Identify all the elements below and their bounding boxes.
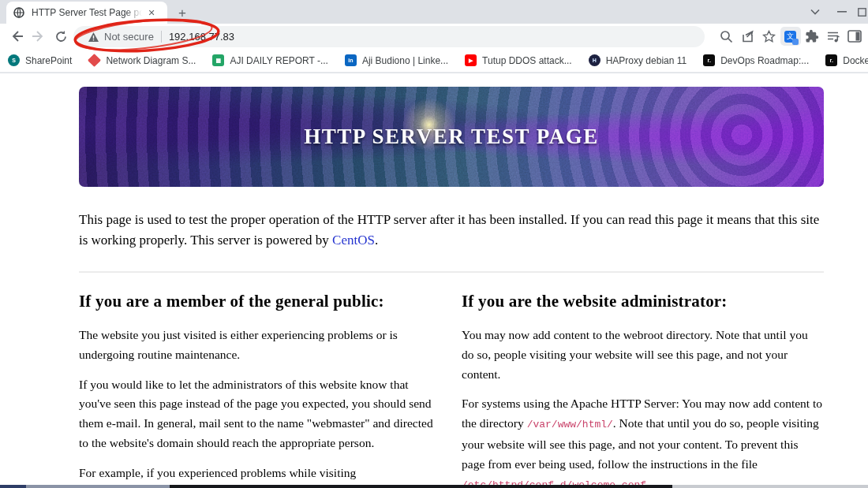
tab-search-chevron-icon[interactable] bbox=[802, 0, 829, 24]
media-controls-icon[interactable] bbox=[822, 26, 844, 47]
browser-tab[interactable]: HTTP Server Test Page powered ✕ bbox=[6, 2, 167, 24]
tab-close-icon[interactable]: ✕ bbox=[145, 6, 158, 19]
not-secure-label: Not secure bbox=[104, 31, 154, 43]
administrator-heading: If you are the website administrator: bbox=[462, 292, 823, 311]
bookmark-item[interactable]: r. Docker Roadmap -... bbox=[825, 54, 868, 66]
bookmarks-bar: S SharePoint Network Diagram S... ▦ AJI … bbox=[0, 49, 868, 73]
administrator-column: If you are the website administrator: Yo… bbox=[462, 292, 823, 485]
bookmark-star-icon[interactable] bbox=[758, 26, 780, 47]
back-button-icon[interactable] bbox=[6, 26, 27, 47]
web-page: HTTP SERVER TEST PAGE This page is used … bbox=[0, 73, 868, 485]
paragraph: You may now add content to the webroot d… bbox=[462, 326, 823, 384]
bookmark-item[interactable]: in Aji Budiono | Linke... bbox=[345, 54, 448, 66]
new-tab-button[interactable]: + bbox=[174, 5, 191, 22]
sheets-icon: ▦ bbox=[212, 54, 224, 66]
extensions-puzzle-icon[interactable] bbox=[801, 26, 822, 47]
url-text[interactable]: 192.168.77.83 bbox=[169, 31, 234, 43]
bookmark-item[interactable]: Network Diagram S... bbox=[88, 54, 196, 66]
intro-paragraph: This page is used to test the proper ope… bbox=[79, 210, 824, 250]
tab-title: HTTP Server Test Page powered bbox=[32, 7, 142, 18]
side-panel-icon[interactable] bbox=[844, 26, 865, 47]
address-bar[interactable]: Not secure 192.168.77.83 bbox=[73, 26, 705, 47]
bookmark-item[interactable]: r. DevOps Roadmap:... bbox=[703, 54, 809, 66]
translate-extension-icon[interactable]: 文 bbox=[780, 26, 801, 47]
linkedin-icon: in bbox=[345, 54, 357, 66]
general-public-column: If you are a member of the general publi… bbox=[79, 292, 440, 485]
maximize-button-icon[interactable] bbox=[855, 0, 868, 24]
omnibox-divider bbox=[161, 31, 162, 43]
screen-bottom-edge bbox=[0, 485, 868, 488]
test-page-banner: HTTP SERVER TEST PAGE bbox=[79, 87, 824, 187]
reload-button-icon[interactable] bbox=[51, 26, 71, 47]
centos-link[interactable]: CentOS bbox=[332, 233, 375, 248]
general-public-heading: If you are a member of the general publi… bbox=[79, 292, 440, 311]
haproxy-icon: H bbox=[589, 54, 600, 66]
bookmark-item[interactable]: ▶ Tutup DDOS attack... bbox=[465, 54, 572, 66]
search-icon[interactable] bbox=[716, 26, 737, 47]
browser-toolbar: Not secure 192.168.77.83 文 bbox=[0, 24, 868, 49]
paragraph: If you would like to let the administrat… bbox=[79, 375, 440, 453]
share-icon[interactable] bbox=[737, 26, 758, 47]
tab-strip: HTTP Server Test Page powered ✕ + bbox=[0, 0, 868, 24]
sharepoint-icon: S bbox=[8, 54, 20, 66]
bookmark-item[interactable]: ▦ AJI DAILY REPORT -... bbox=[212, 54, 327, 66]
paragraph: For example, if you experienced problems… bbox=[79, 464, 440, 485]
forward-button-icon[interactable] bbox=[28, 26, 49, 47]
minimize-button-icon[interactable] bbox=[829, 0, 855, 24]
bookmark-item[interactable]: H HAProxy debian 11 bbox=[589, 54, 687, 66]
not-secure-warning-icon[interactable] bbox=[88, 32, 99, 43]
drawio-icon bbox=[88, 54, 101, 67]
banner-title: HTTP SERVER TEST PAGE bbox=[79, 87, 824, 187]
paragraph: The website you just visited is either e… bbox=[79, 326, 440, 365]
roadmap-icon: r. bbox=[825, 54, 837, 66]
paragraph: For systems using the Apache HTTP Server… bbox=[462, 394, 823, 485]
horizontal-rule bbox=[79, 271, 824, 273]
globe-favicon-icon bbox=[13, 6, 25, 19]
bookmark-item[interactable]: S SharePoint bbox=[8, 54, 72, 66]
roadmap-icon: r. bbox=[703, 54, 715, 66]
window-controls bbox=[802, 0, 868, 24]
youtube-icon: ▶ bbox=[465, 54, 477, 66]
